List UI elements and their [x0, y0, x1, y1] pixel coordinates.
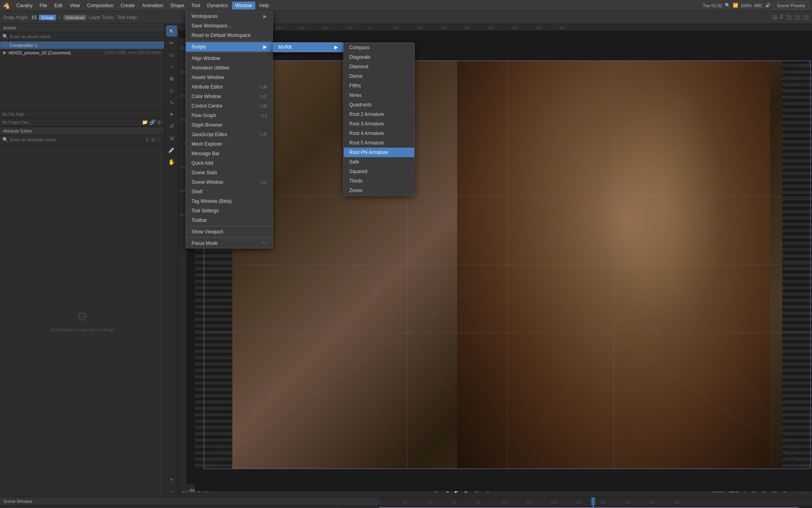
menu-flow-graph[interactable]: Flow Graph ⌥J: [186, 111, 272, 120]
mvrk-fifths[interactable]: Fifths: [344, 81, 414, 90]
scene-presets-btn[interactable]: Scene Presets: [773, 2, 809, 9]
app-logo: 🐴: [3, 2, 10, 9]
menu-shelf[interactable]: Shelf: [186, 187, 272, 196]
menu-scene-window[interactable]: Scene Window ⌥L: [186, 177, 272, 187]
tool-rectangle[interactable]: ▭: [166, 49, 177, 60]
tool-scale[interactable]: ⇲: [166, 133, 177, 144]
project-set-label[interactable]: No Project Set...: [2, 120, 140, 125]
grid-toggle[interactable]: ⊞: [772, 13, 778, 21]
menu-align-window[interactable]: Align Window: [186, 54, 272, 63]
menu-create[interactable]: Create: [117, 2, 138, 10]
view-btn-3[interactable]: ⬛: [803, 15, 809, 20]
menu-show-viewport[interactable]: Show Viewport: [186, 227, 272, 237]
mvrk-diagonals[interactable]: Diagonals: [344, 52, 414, 62]
tool-add[interactable]: +: [166, 474, 177, 485]
menu-animation-utilities[interactable]: Animation Utilities: [186, 63, 272, 73]
tool-rotate[interactable]: ↺: [166, 121, 177, 132]
menu-window[interactable]: Window: [232, 2, 255, 10]
tool-transform[interactable]: ✦: [166, 109, 177, 120]
grid-f-btn[interactable]: F: [780, 14, 784, 21]
mvrk-diamond[interactable]: Diamond: [344, 62, 414, 71]
menu-cavalry[interactable]: Cavalry: [13, 2, 36, 10]
track-area: Root Phi Armature Squared Fifths Safe: [379, 506, 812, 508]
tool-node[interactable]: ◇: [166, 85, 177, 96]
menu-search-icon[interactable]: 🔍: [725, 3, 730, 8]
menu-animation[interactable]: Animation: [139, 2, 166, 10]
tool-cursor[interactable]: ↖: [166, 25, 177, 37]
mvrk-root5[interactable]: Root 5 Armature: [344, 138, 414, 148]
mvrk-root2[interactable]: Root 2 Armature: [344, 110, 414, 119]
menu-workspaces[interactable]: Workspaces ▶: [186, 12, 272, 21]
menu-javascript-editor[interactable]: JavaScript Editor ⌥F: [186, 130, 272, 139]
menu-edit[interactable]: Edit: [51, 2, 66, 10]
mvrk-compass[interactable]: Compass: [344, 43, 414, 52]
tool-pen[interactable]: ✏: [166, 37, 177, 48]
menu-composition[interactable]: Composition: [84, 2, 117, 10]
menu-tag-window[interactable]: Tag Window (Beta): [186, 196, 272, 206]
menu-tool-settings[interactable]: Tool Settings: [186, 206, 272, 216]
attr-search-input[interactable]: [10, 137, 144, 142]
mvrk-zones[interactable]: Zones: [344, 186, 414, 195]
view-btn-2[interactable]: ⬛: [795, 15, 801, 20]
attr-more-icon[interactable]: ⋮: [157, 137, 162, 142]
asset-video[interactable]: ▶ hl0420_preview_02 (Converted) 1920 x 1…: [0, 49, 164, 56]
menu-mesh-explorer[interactable]: Mesh Explorer: [186, 139, 272, 149]
menu-reset-workspace[interactable]: Reset to Default Workspace: [186, 31, 272, 40]
tool-bezier[interactable]: ∿: [166, 97, 177, 108]
attr-filter-icon[interactable]: ⚙: [151, 137, 155, 142]
menu-shape[interactable]: Shape: [167, 2, 188, 10]
menu-tool[interactable]: Tool: [188, 2, 203, 10]
view-btn-1[interactable]: ⬛: [786, 15, 792, 20]
folder-icon[interactable]: 📁: [142, 119, 148, 125]
tool-help-label: Tool Help:: [117, 15, 138, 20]
menu-scripts[interactable]: Scripts ▶ MVRK ▶ Compass Diagonals Diamo…: [186, 42, 272, 52]
snap-angle-value[interactable]: 15: [31, 15, 36, 20]
menu-message-bar[interactable]: Message Bar: [186, 149, 272, 158]
menu-help[interactable]: Help: [256, 2, 272, 10]
tool-minus[interactable]: −: [166, 486, 177, 497]
tool-hand[interactable]: ✋: [166, 156, 177, 167]
menu-toolbar[interactable]: Toolbar: [186, 216, 272, 225]
mvrk-nines[interactable]: Nines: [344, 90, 414, 100]
attr-refresh-icon[interactable]: ↻: [146, 137, 149, 142]
assets-search-input[interactable]: [10, 34, 162, 39]
menu-quick-add[interactable]: Quick Add: [186, 158, 272, 168]
individual-tag[interactable]: Individual: [63, 15, 86, 20]
mvrk-root4[interactable]: Root 4 Armature: [344, 129, 414, 138]
viewport-canvas[interactable]: [195, 38, 812, 491]
mvrk-thirds[interactable]: Thirds: [344, 176, 414, 186]
mvrk-safe[interactable]: Safe: [344, 157, 414, 167]
path-action-icons: 📁 🔗 🗑: [142, 119, 162, 125]
project-set-row: No Project Set... 📁 🔗 🗑: [0, 118, 164, 127]
asset-composition-1[interactable]: ⬡ Composition 1: [0, 41, 164, 49]
group-tag[interactable]: Group: [39, 15, 56, 20]
submenu-mvrk[interactable]: MVRK ▶ Compass Diagonals Diamond Divine …: [273, 42, 343, 52]
menu-save-workspace[interactable]: Save Workspace...: [186, 21, 272, 31]
menu-view[interactable]: View: [67, 2, 83, 10]
tool-eyedropper[interactable]: 💉: [166, 144, 177, 156]
menu-file[interactable]: File: [36, 2, 50, 10]
mvrk-squared[interactable]: Squared: [344, 167, 414, 176]
zoom-level: 100%: [741, 3, 752, 8]
mvrk-root3[interactable]: Root 3 Armature: [344, 119, 414, 129]
toolbar: Snap Angle: 15 Group × Individual Layer …: [0, 11, 812, 24]
link-icon[interactable]: 🔗: [149, 119, 155, 125]
tool-ellipse[interactable]: ○: [166, 61, 177, 72]
tool-anchor[interactable]: ⊕: [166, 73, 177, 84]
menu-color-window[interactable]: Color Window ⌥C: [186, 92, 272, 101]
mvrk-root-phi[interactable]: Root Phi Armature: [344, 148, 414, 157]
menu-control-centre[interactable]: Control Centre ⌥E: [186, 101, 272, 111]
menu-attribute-editor[interactable]: Attribute Editor ⌥A: [186, 82, 272, 92]
timeline-playhead[interactable]: [593, 506, 594, 508]
search-icon: 🔍: [2, 34, 8, 39]
menu-scene-stats[interactable]: Scene Stats: [186, 168, 272, 177]
menu-dynamics[interactable]: Dynamics: [204, 2, 231, 10]
mvrk-quadrants[interactable]: Quadrants: [344, 100, 414, 110]
menu-assets-window[interactable]: Assets Window: [186, 73, 272, 82]
window-menu-dropdown: Workspaces ▶ Save Workspace... Reset to …: [186, 11, 273, 248]
menu-focus-mode[interactable]: Focus Mode ^~: [186, 239, 272, 248]
mvrk-divine[interactable]: Divine: [344, 71, 414, 81]
menu-glyph-browser[interactable]: Glyph Browser: [186, 120, 272, 130]
scene-window-title: Scene Window: [3, 499, 32, 504]
trash-icon[interactable]: 🗑: [157, 119, 162, 125]
